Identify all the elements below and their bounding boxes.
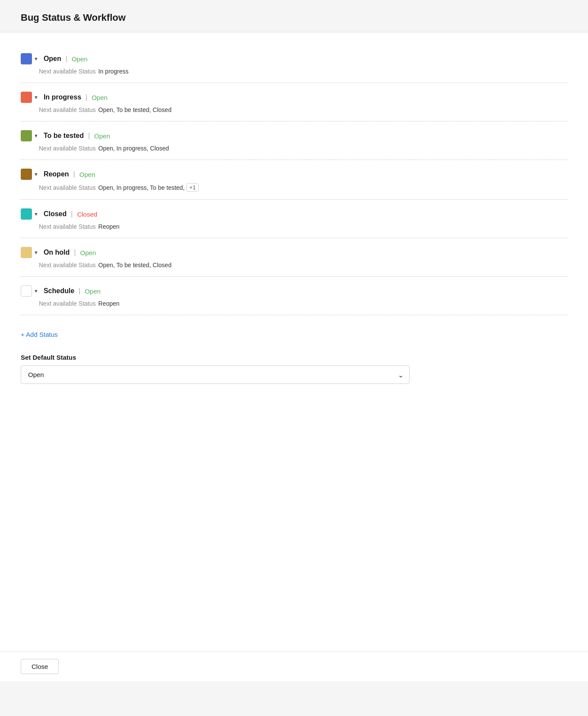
status-item-closed: ▼ Closed | Closed Next available Status … bbox=[21, 200, 567, 238]
status-separator: | bbox=[88, 132, 90, 140]
next-status-values: Reopen bbox=[99, 300, 120, 307]
next-status-label: Next available Status bbox=[39, 106, 96, 113]
status-name: Open bbox=[44, 55, 61, 63]
status-separator: | bbox=[73, 170, 75, 178]
status-separator: | bbox=[66, 55, 67, 63]
status-type-badge: Open bbox=[85, 288, 101, 295]
status-color-swatch bbox=[21, 130, 32, 141]
set-default-label: Set Default Status bbox=[21, 354, 567, 361]
page-footer: Close bbox=[0, 652, 588, 681]
status-name: In progress bbox=[44, 93, 81, 101]
status-chevron-button[interactable]: ▼ bbox=[32, 288, 40, 294]
default-status-select[interactable]: OpenIn progressTo be testedReopenClosedO… bbox=[21, 365, 410, 384]
status-type-badge: Open bbox=[94, 132, 110, 140]
status-name: To be tested bbox=[44, 132, 84, 140]
next-status-label: Next available Status bbox=[39, 145, 96, 152]
status-item-to-be-tested: ▼ To be tested | Open Next available Sta… bbox=[21, 121, 567, 160]
next-status-values: Open, To be tested, Closed bbox=[99, 106, 172, 113]
status-color-swatch bbox=[21, 169, 32, 180]
status-name: On hold bbox=[44, 249, 70, 256]
status-row: ▼ Reopen | Open bbox=[21, 169, 567, 180]
close-button[interactable]: Close bbox=[21, 659, 59, 674]
next-status-label: Next available Status bbox=[39, 68, 96, 75]
status-row: ▼ To be tested | Open bbox=[21, 130, 567, 141]
status-row: ▼ Closed | Closed bbox=[21, 208, 567, 220]
next-status-row: Next available Status Open, In progress,… bbox=[21, 183, 567, 192]
status-item-in-progress: ▼ In progress | Open Next available Stat… bbox=[21, 83, 567, 121]
next-status-label: Next available Status bbox=[39, 300, 96, 307]
status-chevron-button[interactable]: ▼ bbox=[32, 95, 40, 100]
status-row: ▼ On hold | Open bbox=[21, 247, 567, 258]
page-header: Bug Status & Workflow bbox=[0, 0, 588, 32]
status-name: Reopen bbox=[44, 170, 69, 178]
next-status-row: Next available Status Reopen bbox=[21, 223, 567, 230]
next-status-label: Next available Status bbox=[39, 262, 96, 268]
next-status-row: Next available Status Open, In progress,… bbox=[21, 145, 567, 152]
status-chevron-button[interactable]: ▼ bbox=[32, 172, 40, 177]
next-status-values: Open, In progress, To be tested, bbox=[99, 184, 185, 191]
status-row: ▼ Open | Open bbox=[21, 53, 567, 64]
status-type-badge: Open bbox=[80, 249, 96, 256]
default-select-wrapper: OpenIn progressTo be testedReopenClosedO… bbox=[21, 365, 410, 384]
next-status-values: In progress bbox=[99, 68, 129, 75]
next-status-row: Next available Status Reopen bbox=[21, 300, 567, 307]
status-color-swatch bbox=[21, 208, 32, 220]
page-content: ▼ Open | Open Next available Status In p… bbox=[0, 32, 588, 681]
status-color-swatch bbox=[21, 285, 32, 297]
status-item-open: ▼ Open | Open Next available Status In p… bbox=[21, 46, 567, 83]
status-chevron-button[interactable]: ▼ bbox=[32, 133, 40, 138]
add-status-button[interactable]: + Add Status bbox=[21, 329, 57, 340]
status-type-badge: Closed bbox=[77, 211, 97, 218]
status-type-badge: Open bbox=[72, 55, 88, 63]
next-status-values: Open, To be tested, Closed bbox=[99, 262, 172, 268]
status-name: Schedule bbox=[44, 287, 74, 295]
status-color-swatch bbox=[21, 92, 32, 103]
status-chevron-button[interactable]: ▼ bbox=[32, 211, 40, 217]
set-default-section: Set Default Status OpenIn progressTo be … bbox=[21, 354, 567, 384]
status-row: ▼ Schedule | Open bbox=[21, 285, 567, 297]
next-status-values: Open, In progress, Closed bbox=[99, 145, 169, 152]
status-list: ▼ Open | Open Next available Status In p… bbox=[21, 46, 567, 315]
next-status-label: Next available Status bbox=[39, 184, 96, 191]
next-status-row: Next available Status Open, To be tested… bbox=[21, 262, 567, 268]
status-type-badge: Open bbox=[79, 171, 95, 178]
next-status-values: Reopen bbox=[99, 223, 120, 230]
status-separator: | bbox=[74, 249, 76, 256]
page-title: Bug Status & Workflow bbox=[21, 12, 567, 23]
next-status-row: Next available Status In progress bbox=[21, 68, 567, 75]
status-type-badge: Open bbox=[92, 94, 108, 101]
status-color-swatch bbox=[21, 247, 32, 258]
plus-badge: +1 bbox=[186, 183, 199, 192]
status-row: ▼ In progress | Open bbox=[21, 92, 567, 103]
status-item-on-hold: ▼ On hold | Open Next available Status O… bbox=[21, 238, 567, 277]
next-status-row: Next available Status Open, To be tested… bbox=[21, 106, 567, 113]
status-separator: | bbox=[86, 93, 87, 101]
status-color-swatch bbox=[21, 53, 32, 64]
status-chevron-button[interactable]: ▼ bbox=[32, 250, 40, 255]
next-status-label: Next available Status bbox=[39, 223, 96, 230]
status-separator: | bbox=[71, 210, 73, 218]
status-chevron-button[interactable]: ▼ bbox=[32, 56, 40, 61]
status-item-reopen: ▼ Reopen | Open Next available Status Op… bbox=[21, 160, 567, 200]
status-separator: | bbox=[79, 287, 80, 295]
status-name: Closed bbox=[44, 210, 67, 218]
status-item-schedule: ▼ Schedule | Open Next available Status … bbox=[21, 277, 567, 315]
